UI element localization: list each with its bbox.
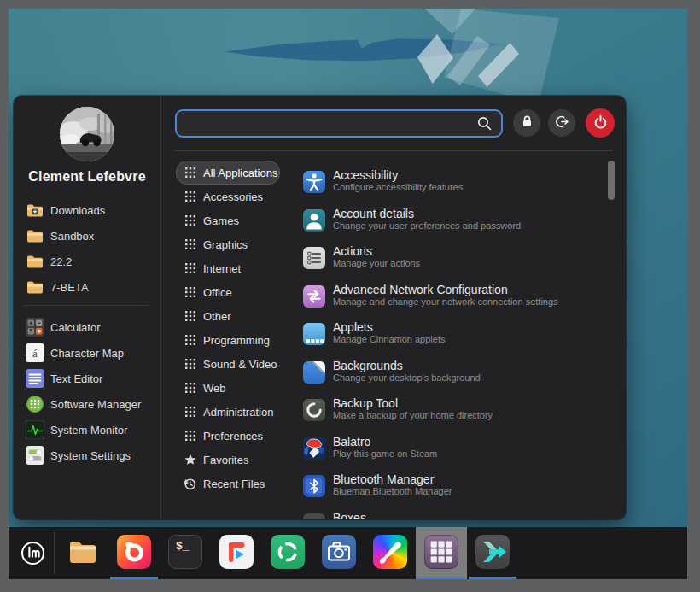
app-description: Change your desktop's background: [333, 372, 481, 383]
app-row-applets[interactable]: AppletsManage Cinnamon applets: [303, 317, 619, 355]
app-row-account-details[interactable]: Account detailsChange your user preferen…: [303, 203, 619, 241]
app-description: Change your user preferences and passwor…: [333, 220, 521, 231]
camera-icon: [322, 535, 356, 569]
taskbar-item-camera-app[interactable]: [313, 527, 365, 579]
taskbar-item-sync-app[interactable]: [262, 527, 313, 579]
taskbar-item-warpinator[interactable]: [467, 527, 518, 579]
folder-icon: [26, 252, 44, 271]
account-icon: [303, 209, 325, 232]
avatar-photo: [60, 107, 114, 161]
category-administration[interactable]: Administration: [176, 400, 280, 424]
network-icon: [303, 285, 325, 308]
category-graphics[interactable]: Graphics: [176, 232, 280, 256]
category-recent-files[interactable]: Recent Files: [176, 472, 280, 495]
category-label: Programming: [203, 334, 270, 347]
category-grid-icon: [184, 214, 196, 227]
logout-button[interactable]: [548, 109, 575, 137]
category-label: Favorites: [203, 454, 248, 466]
sysmonitor-icon: [26, 420, 44, 439]
sidebar-separator: [25, 305, 149, 306]
menu-main: All ApplicationsAccessoriesGamesGraphics…: [161, 96, 626, 519]
category-office[interactable]: Office: [176, 280, 280, 304]
taskbar-item-files[interactable]: [57, 527, 108, 579]
category-label: Recent Files: [203, 478, 265, 490]
place-label: Sandbox: [50, 230, 94, 243]
power-icon: [593, 114, 608, 132]
app-row-accessibility[interactable]: AccessibilityConfigure accessibility fea…: [303, 165, 619, 202]
floorp-icon: [219, 535, 254, 569]
sidebar-app-label: Character Map: [50, 347, 124, 360]
recent-icon: [184, 478, 196, 490]
lock-button[interactable]: [513, 109, 540, 137]
app-title: Backup Tool: [333, 396, 398, 410]
menu-panel: Clement Lefebvre DownloadsSandbox22.27-B…: [14, 96, 626, 519]
sync-icon: [271, 535, 305, 569]
category-grid-icon: [184, 238, 196, 251]
menu-button[interactable]: [21, 542, 44, 565]
app-row-backup-tool[interactable]: Backup ToolMake a backup of your home di…: [303, 393, 619, 431]
svg-text:á: á: [32, 347, 38, 360]
app-row-actions[interactable]: ActionsManage your actions: [303, 241, 619, 278]
menu-sidebar: Clement Lefebvre DownloadsSandbox22.27-B…: [14, 96, 160, 519]
sidebar-app-system-settings[interactable]: System Settings: [26, 443, 154, 468]
category-preferences[interactable]: Preferences: [176, 424, 280, 448]
app-row-boxes[interactable]: Boxes: [303, 507, 619, 519]
sidebar-app-software-manager[interactable]: Software Manager: [26, 391, 154, 417]
app-row-backgrounds[interactable]: BackgroundsChange your desktop's backgro…: [303, 355, 619, 393]
place-label: 7-BETA: [50, 281, 89, 294]
sidebar-app-text-editor[interactable]: Text Editor: [26, 366, 154, 391]
star-icon: [184, 454, 196, 466]
category-internet[interactable]: Internet: [176, 256, 280, 280]
category-all-applications[interactable]: All Applications: [176, 161, 280, 185]
category-label: Internet: [203, 262, 241, 275]
category-web[interactable]: Web: [176, 376, 280, 400]
search-input[interactable]: [175, 109, 503, 138]
syssettings-icon: [26, 446, 44, 465]
category-grid-icon: [184, 382, 196, 395]
app-title: Boxes: [333, 511, 366, 519]
category-grid-icon: [184, 286, 196, 299]
scrollbar-thumb[interactable]: [608, 161, 615, 200]
sidebar-app-label: Calculator: [50, 321, 101, 334]
taskbar-item-terminal[interactable]: $_: [160, 527, 211, 579]
app-title: Actions: [333, 244, 372, 258]
app-title: Account details: [333, 207, 414, 220]
category-grid-icon: [184, 262, 196, 275]
app-row-balatro[interactable]: BalatroPlay this game on Steam: [303, 431, 619, 469]
texteditor-icon: [26, 369, 44, 388]
app-row-advanced-network-configuration[interactable]: Advanced Network ConfigurationManage and…: [303, 279, 619, 317]
user-avatar[interactable]: [60, 107, 114, 161]
app-title: Balatro: [333, 435, 370, 448]
mint-logo-icon: [24, 542, 43, 565]
category-sound-video[interactable]: Sound & Video: [176, 352, 280, 376]
taskbar-item-firefox[interactable]: [108, 527, 160, 579]
search-icon: [477, 116, 492, 131]
app-title: Advanced Network Configuration: [333, 283, 508, 296]
category-other[interactable]: Other: [176, 304, 280, 328]
place-label: 22.2: [50, 255, 72, 268]
place-sandbox[interactable]: Sandbox: [26, 223, 154, 249]
category-label: All Applications: [203, 167, 277, 179]
taskbar-item-krita[interactable]: [365, 527, 416, 579]
sidebar-app-system-monitor[interactable]: System Monitor: [26, 417, 154, 443]
category-accessories[interactable]: Accessories: [176, 185, 280, 208]
category-label: Administration: [203, 406, 273, 419]
category-label: Office: [203, 286, 232, 299]
calculator-icon: [26, 318, 44, 337]
sidebar-app-calculator[interactable]: Calculator: [26, 314, 154, 340]
charmap-icon: á: [26, 343, 44, 362]
category-favorites[interactable]: Favorites: [176, 448, 280, 472]
category-programming[interactable]: Programming: [176, 328, 280, 352]
taskbar-item-floorp[interactable]: [211, 527, 262, 579]
lock-icon: [521, 114, 534, 132]
power-button[interactable]: [586, 108, 615, 138]
place-7-beta[interactable]: 7-BETA: [26, 274, 154, 300]
app-row-bluetooth-manager[interactable]: Bluetooth ManagerBlueman Bluetooth Manag…: [303, 469, 619, 507]
place-downloads[interactable]: Downloads: [26, 197, 154, 223]
category-games[interactable]: Games: [176, 208, 280, 232]
running-indicator: [110, 577, 158, 579]
taskbar-item-app-grid[interactable]: [416, 527, 467, 579]
files-icon: [66, 535, 100, 569]
place-22-2[interactable]: 22.2: [26, 249, 154, 274]
sidebar-app-character-map[interactable]: áCharacter Map: [26, 340, 154, 366]
